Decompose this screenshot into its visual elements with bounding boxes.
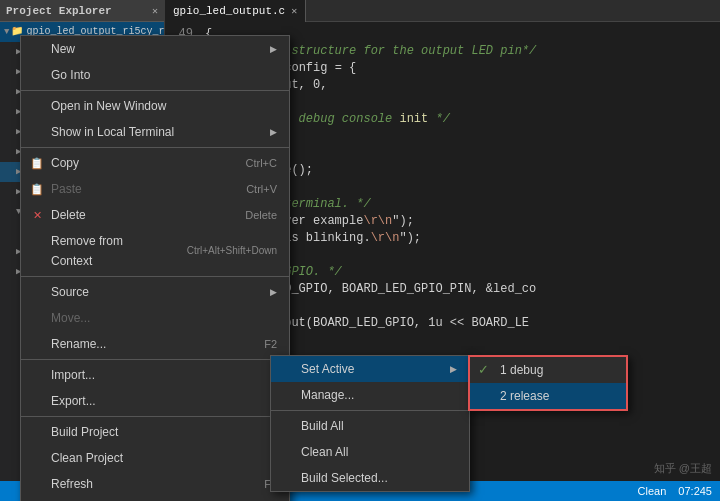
menu-separator [21, 147, 289, 148]
status-clean-label: Clean [638, 485, 667, 497]
menu-separator [21, 90, 289, 91]
menu-label: Go Into [51, 65, 90, 85]
menu-item-rename[interactable]: Rename... F2 [21, 331, 289, 357]
menu-label: New [51, 39, 75, 59]
watermark: 知乎 @王超 [654, 461, 712, 476]
paste-icon: 📋 [29, 179, 45, 199]
submenu-item-build-selected[interactable]: Build Selected... [271, 465, 469, 491]
tab-label: gpio_led_output.c [173, 5, 285, 17]
menu-separator [271, 410, 469, 411]
editor-tab[interactable]: gpio_led_output.c ✕ [165, 0, 306, 22]
submenu-item-manage[interactable]: Manage... [271, 382, 469, 408]
menu-item-show-local-terminal[interactable]: Show in Local Terminal [21, 119, 289, 145]
menu-label: Clean Project [51, 448, 123, 468]
menu-label: Rename... [51, 334, 106, 354]
copy-icon: 📋 [29, 153, 45, 173]
submenu-label: Clean All [301, 442, 348, 462]
menu-shortcut: Delete [245, 205, 277, 225]
panel-title: Project Explorer [6, 5, 112, 17]
menu-item-import[interactable]: Import... [21, 362, 289, 388]
menu-label: Source [51, 282, 89, 302]
menu-item-paste[interactable]: 📋 Paste Ctrl+V [21, 176, 289, 202]
menu-item-open-new-window[interactable]: Open in New Window [21, 93, 289, 119]
submenu-arrow-icon: ▶ [450, 359, 457, 379]
menu-item-clean-project[interactable]: Clean Project [21, 445, 289, 471]
tab-close-button[interactable]: ✕ [291, 5, 297, 17]
menu-item-copy[interactable]: 📋 Copy Ctrl+C [21, 150, 289, 176]
menu-label: Export... [51, 391, 96, 411]
menu-item-remove-context[interactable]: Remove from Context Ctrl+Alt+Shift+Down [21, 228, 289, 274]
build-configurations-submenu: Set Active ▶ Manage... Build All Clean A… [270, 355, 470, 492]
menu-shortcut: Ctrl+V [246, 179, 277, 199]
submenu-label: Build All [301, 416, 344, 436]
menu-item-new[interactable]: New [21, 36, 289, 62]
check-icon: ✓ [478, 360, 489, 380]
menu-label: Move... [51, 308, 90, 328]
panel-title-bar: Project Explorer ✕ [0, 0, 164, 22]
submenu-label: Manage... [301, 385, 354, 405]
menu-item-build-project[interactable]: Build Project [21, 419, 289, 445]
menu-label: Refresh [51, 474, 93, 494]
menu-label: Delete [51, 205, 86, 225]
menu-shortcut: Ctrl+C [246, 153, 277, 173]
submenu-item-1-debug[interactable]: ✓ 1 debug [470, 357, 626, 383]
menu-label: Paste [51, 179, 82, 199]
menu-label: Build Project [51, 422, 118, 442]
close-panel-button[interactable]: ✕ [152, 5, 158, 17]
set-active-submenu: ✓ 1 debug 2 release [468, 355, 628, 411]
context-menu: New Go Into Open in New Window Show in L… [20, 35, 290, 501]
submenu-label: Set Active [301, 359, 354, 379]
menu-item-move[interactable]: Move... [21, 305, 289, 331]
menu-shortcut: Ctrl+Alt+Shift+Down [187, 241, 277, 261]
delete-icon: ✕ [29, 205, 45, 225]
status-time: 07:245 [678, 485, 712, 497]
menu-separator [21, 416, 289, 417]
menu-item-close-project[interactable]: Close Project [21, 497, 289, 501]
menu-item-source[interactable]: Source [21, 279, 289, 305]
expand-icon: ▼ [4, 23, 9, 41]
menu-separator [21, 359, 289, 360]
menu-label: Remove from Context [51, 231, 167, 271]
menu-item-delete[interactable]: ✕ Delete Delete [21, 202, 289, 228]
submenu-label: Build Selected... [301, 468, 388, 488]
submenu-item-2-release[interactable]: 2 release [470, 383, 626, 409]
submenu-label: 2 release [500, 386, 549, 406]
menu-label: Import... [51, 365, 95, 385]
menu-separator [21, 276, 289, 277]
submenu-item-build-all[interactable]: Build All [271, 413, 469, 439]
submenu-label: 1 debug [500, 360, 543, 380]
submenu-item-clean-all[interactable]: Clean All [271, 439, 469, 465]
menu-label: Copy [51, 153, 79, 173]
menu-label: Open in New Window [51, 96, 166, 116]
menu-label: Show in Local Terminal [51, 122, 174, 142]
menu-item-export[interactable]: Export... [21, 388, 289, 414]
tab-bar: gpio_led_output.c ✕ [165, 0, 720, 22]
menu-item-go-into[interactable]: Go Into [21, 62, 289, 88]
menu-shortcut: F2 [264, 334, 277, 354]
menu-item-refresh[interactable]: Refresh F5 [21, 471, 289, 497]
submenu-item-set-active[interactable]: Set Active ▶ [271, 356, 469, 382]
